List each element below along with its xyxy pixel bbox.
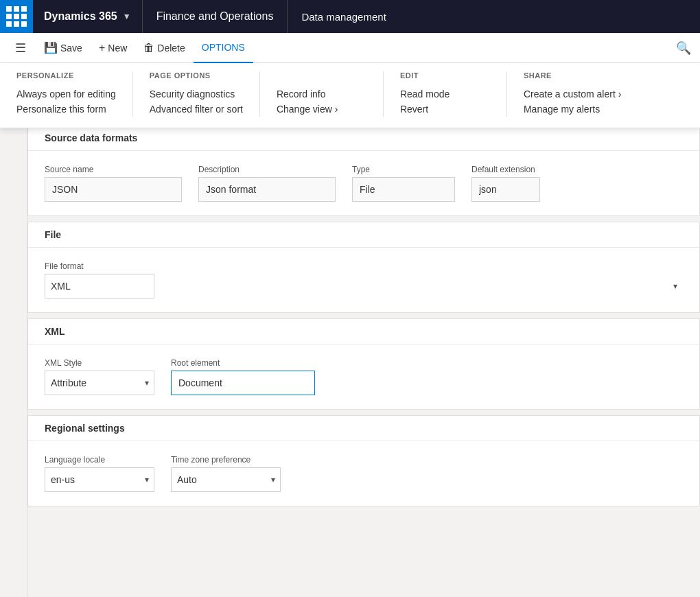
module-name: Data management — [288, 0, 399, 33]
brand-name: Dynamics 365 — [44, 10, 117, 23]
source-data-formats-header: Source data formats — [28, 126, 699, 151]
delete-label: Delete — [157, 43, 185, 54]
save-button[interactable]: 💾 Save — [36, 33, 91, 63]
brand-chevron-icon[interactable]: ▼ — [123, 12, 131, 21]
source-data-formats-section: Source data formats Source name Descript… — [27, 125, 700, 216]
record-info-section: Record info Change view — [260, 71, 384, 117]
save-label: Save — [60, 43, 82, 54]
share-section: SHARE Create a custom alert Manage my al… — [507, 71, 638, 117]
description-input[interactable] — [198, 177, 336, 202]
edit-title: EDIT — [400, 71, 490, 80]
app-name: Finance and Operations — [143, 0, 288, 33]
record-info-item[interactable]: Record info — [277, 86, 366, 102]
menu-toggle-button[interactable]: ☰ — [5, 33, 36, 63]
new-label: New — [108, 43, 127, 54]
file-section-header: File — [28, 222, 699, 248]
language-locale-select[interactable]: en-us en-gb fr-fr de-de — [45, 467, 154, 492]
timezone-preference-field: Time zone preference Auto UTC Local — [171, 455, 281, 492]
delete-button[interactable]: 🗑 Delete — [135, 33, 193, 63]
personalize-section: PERSONALIZE Always open for editing Pers… — [0, 71, 133, 117]
xml-style-select-wrap: Attribute Element — [45, 371, 154, 395]
page-options-section: PAGE OPTIONS Security diagnostics Advanc… — [133, 71, 260, 117]
file-format-field: File format XML CSV Excel Custom — [45, 261, 683, 298]
xml-style-field: XML Style Attribute Element — [45, 358, 154, 395]
save-icon: 💾 — [44, 41, 58, 54]
source-name-input[interactable] — [45, 177, 182, 202]
delete-icon: 🗑 — [143, 42, 154, 54]
description-label: Description — [198, 165, 336, 174]
xml-section: XML XML Style Attribute Element Root el — [27, 318, 700, 410]
file-format-select-wrap: XML CSV Excel Custom — [45, 274, 683, 298]
xml-style-label: XML Style — [45, 358, 154, 368]
share-title: SHARE — [524, 71, 621, 80]
top-navigation: Dynamics 365 ▼ Finance and Operations Da… — [0, 0, 700, 33]
main-layout: SOURCE DATA FORMATS JSON : Json format S… — [0, 63, 700, 597]
security-diagnostics-item[interactable]: Security diagnostics — [150, 86, 243, 102]
description-field: Description — [198, 165, 336, 202]
main-content: SOURCE DATA FORMATS JSON : Json format S… — [27, 63, 700, 597]
page-options-title: PAGE OPTIONS — [150, 71, 243, 80]
toolbar: ☰ 💾 Save + New 🗑 Delete OPTIONS 🔍 — [0, 33, 700, 63]
manage-alerts-item[interactable]: Manage my alerts — [524, 102, 621, 117]
regional-settings-body: Language locale en-us en-gb fr-fr de-de … — [28, 441, 699, 506]
xml-style-select[interactable]: Attribute Element — [45, 371, 154, 395]
search-button[interactable]: 🔍 — [673, 37, 695, 59]
xml-section-header: XML — [28, 319, 699, 344]
apps-grid-button[interactable] — [0, 0, 33, 33]
regional-settings-row: Language locale en-us en-gb fr-fr de-de … — [45, 455, 683, 492]
revert-item[interactable]: Revert — [400, 102, 490, 117]
edit-section: EDIT Read mode Revert — [384, 71, 507, 117]
new-icon: + — [99, 42, 105, 54]
timezone-preference-label: Time zone preference — [171, 455, 281, 465]
xml-section-row: XML Style Attribute Element Root element — [45, 358, 683, 395]
language-locale-select-wrap: en-us en-gb fr-fr de-de — [45, 467, 154, 492]
source-name-label: Source name — [45, 165, 182, 174]
personalize-title: PERSONALIZE — [16, 71, 116, 80]
regional-settings-section: Regional settings Language locale en-us … — [27, 415, 700, 506]
advanced-filter-sort-item[interactable]: Advanced filter or sort — [150, 102, 243, 117]
new-button[interactable]: + New — [91, 33, 135, 63]
type-label: Type — [352, 165, 455, 174]
source-data-formats-body: Source name Description Type Default ext… — [28, 151, 699, 215]
language-locale-label: Language locale — [45, 455, 154, 465]
options-dropdown: PERSONALIZE Always open for editing Pers… — [0, 63, 700, 128]
type-field: Type — [352, 165, 455, 202]
always-open-editing-item[interactable]: Always open for editing — [16, 86, 116, 102]
type-input[interactable] — [352, 177, 455, 202]
brand-section: Dynamics 365 ▼ — [33, 0, 143, 33]
root-element-field: Root element — [171, 358, 315, 395]
regional-settings-header: Regional settings — [28, 416, 699, 441]
record-info-title — [277, 71, 366, 80]
left-sidebar — [0, 63, 27, 597]
timezone-preference-select[interactable]: Auto UTC Local — [171, 467, 281, 492]
personalize-form-item[interactable]: Personalize this form — [16, 102, 116, 117]
source-data-formats-row: Source name Description Type Default ext… — [45, 165, 683, 202]
default-extension-field: Default extension — [471, 165, 540, 202]
default-extension-label: Default extension — [471, 165, 540, 174]
options-button[interactable]: OPTIONS — [194, 33, 253, 63]
timezone-preference-select-wrap: Auto UTC Local — [171, 467, 281, 492]
source-name-field: Source name — [45, 165, 182, 202]
default-extension-input[interactable] — [471, 177, 540, 202]
options-label: OPTIONS — [202, 42, 245, 53]
create-custom-alert-item[interactable]: Create a custom alert — [524, 86, 621, 102]
change-view-item[interactable]: Change view — [277, 102, 366, 117]
file-section: File File format XML CSV Excel Custom — [27, 222, 700, 313]
file-format-label: File format — [45, 261, 683, 271]
root-element-input[interactable] — [171, 371, 315, 395]
root-element-label: Root element — [171, 358, 315, 368]
read-mode-item[interactable]: Read mode — [400, 86, 490, 102]
file-section-body: File format XML CSV Excel Custom — [28, 248, 699, 312]
xml-section-body: XML Style Attribute Element Root element — [28, 344, 699, 409]
language-locale-field: Language locale en-us en-gb fr-fr de-de — [45, 455, 154, 492]
file-format-select[interactable]: XML CSV Excel Custom — [45, 274, 154, 298]
